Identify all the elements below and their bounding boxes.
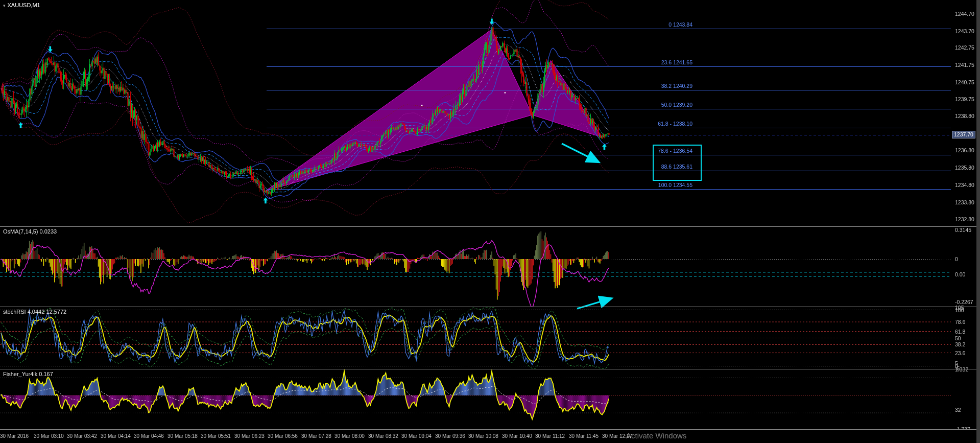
symbol-text: XAUUSD,M1 — [8, 2, 40, 8]
time-axis-label: 30 Mar 2016 — [0, 433, 29, 439]
price-axis-tick: 1234.80 — [955, 182, 974, 188]
fib-level-label: 88.6 1235.61 — [661, 164, 692, 170]
time-axis-label: 30 Mar 04:46 — [134, 433, 164, 439]
price-axis-tick: 1236.80 — [955, 147, 974, 153]
time-axis[interactable]: 30 Mar 201630 Mar 03:1030 Mar 03:4230 Ma… — [0, 430, 976, 443]
fisher-panel-canvas[interactable] — [0, 369, 976, 429]
panel-separator[interactable] — [0, 226, 976, 227]
time-axis-label: 30 Mar 11:45 — [569, 433, 599, 439]
price-axis-tick: 1243.70 — [955, 28, 974, 34]
price-axis-tick: 1233.80 — [955, 199, 974, 205]
price-axis[interactable]: 1244.701243.701242.751241.751240.751239.… — [952, 0, 976, 443]
indicator-axis-tick: 0 — [955, 256, 958, 262]
price-axis-tick: 1232.80 — [955, 216, 974, 222]
indicator-axis-tick: 61.8 — [955, 329, 965, 335]
osma-panel-canvas[interactable] — [0, 227, 976, 307]
price-axis-tick: 1238.80 — [955, 113, 974, 119]
mt4-chart-window: ▾XAUUSD,M1 OsMA(7,14,5) 0.0233 stochRSI … — [0, 0, 980, 443]
time-axis-label: 30 Mar 09:04 — [401, 433, 432, 439]
stochrsi-panel-canvas[interactable] — [0, 307, 976, 369]
price-axis-tick: 1240.75 — [955, 79, 974, 85]
fib-level-label: 23.6 1241.65 — [661, 59, 692, 65]
indicator-axis-tick: 32 — [955, 407, 961, 413]
time-axis-label: 30 Mar 07:28 — [301, 433, 331, 439]
price-axis-tick: 1235.80 — [955, 165, 974, 171]
time-axis-label: 30 Mar 10:08 — [468, 433, 498, 439]
stochrsi-indicator-label: stochRSI 4.0442 12.5772 — [3, 309, 66, 315]
fib-level-label: 38.2 1240.29 — [661, 83, 692, 89]
right-scroll-strip[interactable] — [976, 0, 980, 443]
panel-separator[interactable] — [0, 369, 976, 369]
time-axis-label: 30 Mar 05:51 — [201, 433, 231, 439]
indicator-axis-tick: 38.2 — [955, 341, 965, 347]
indicator-axis-tick: 1.332 — [955, 366, 968, 372]
panel-separator[interactable] — [0, 307, 976, 307]
time-axis-label: 30 Mar 08:32 — [368, 433, 398, 439]
panel-separator[interactable] — [0, 429, 976, 430]
activate-windows-watermark: Activate Windows — [626, 431, 686, 440]
fib-level-label: 0 1243.84 — [668, 21, 692, 28]
price-axis-tick: 1241.75 — [955, 62, 974, 68]
price-axis-tick: 1239.75 — [955, 96, 974, 102]
fib-level-label: 61.8 - 1238.10 — [658, 121, 692, 127]
fib-level-label: 78.6 - 1236.54 — [658, 148, 692, 154]
time-axis-label: 30 Mar 04:14 — [101, 433, 131, 439]
current-price-tag: 1237.70 — [952, 131, 975, 138]
price-axis-tick: 1244.70 — [955, 11, 974, 17]
fib-level-label: 50.0 1239.20 — [661, 102, 692, 108]
time-axis-label: 30 Mar 08:00 — [334, 433, 365, 439]
time-axis-label: 30 Mar 09:36 — [435, 433, 465, 439]
indicator-axis-tick: 0.00 — [955, 271, 965, 277]
time-axis-label: 30 Mar 11:12 — [535, 433, 565, 439]
main-chart-canvas[interactable] — [0, 0, 976, 226]
time-axis-label: 30 Mar 06:23 — [234, 433, 265, 439]
osma-indicator-label: OsMA(7,14,5) 0.0233 — [3, 228, 57, 235]
chart-dropdown-icon[interactable]: ▾ — [3, 3, 6, 8]
price-axis-tick: 1242.75 — [955, 44, 974, 51]
indicator-axis-tick: 78.6 — [955, 319, 965, 325]
indicator-axis-tick: 50 — [955, 335, 961, 341]
time-axis-label: 30 Mar 03:10 — [34, 433, 64, 439]
chart-symbol-label[interactable]: ▾XAUUSD,M1 — [3, 2, 40, 9]
time-axis-label: 30 Mar 06:56 — [268, 433, 298, 439]
time-axis-label: 30 Mar 10:40 — [502, 433, 532, 439]
indicator-axis-tick: 100 — [955, 307, 964, 313]
time-axis-label: 30 Mar 05:18 — [168, 433, 198, 439]
indicator-axis-tick: 23.6 — [955, 350, 965, 356]
time-axis-label: 30 Mar 03:42 — [67, 433, 97, 439]
fisher-indicator-label: Fisher_Yur4ik 0.167 — [3, 371, 53, 378]
indicator-axis-tick: 0.3145 — [955, 227, 971, 233]
current-price-value: 1237.70 — [954, 131, 973, 137]
fib-level-label: 100.0 1234.55 — [658, 182, 692, 188]
